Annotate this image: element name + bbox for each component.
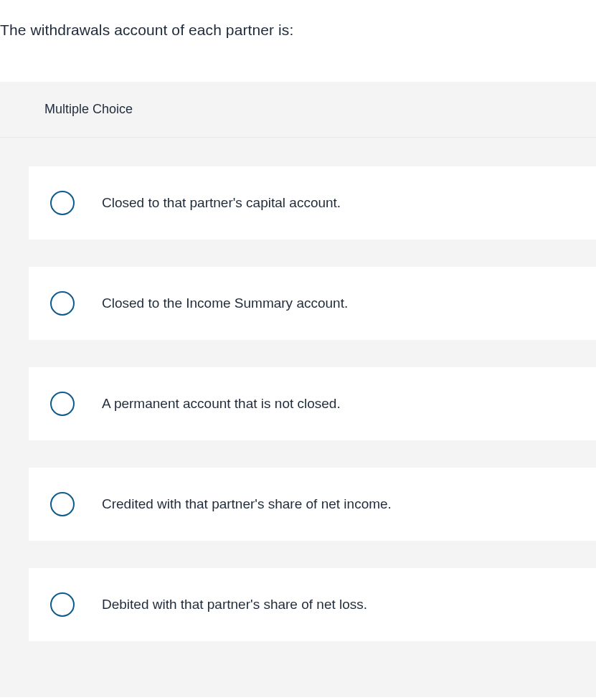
option-label: A permanent account that is not closed. xyxy=(102,396,341,412)
option-5[interactable]: Debited with that partner's share of net… xyxy=(29,568,596,641)
question-text: The withdrawals account of each partner … xyxy=(0,0,596,39)
question-type-label: Multiple Choice xyxy=(0,82,596,138)
radio-icon xyxy=(50,191,75,215)
option-label: Debited with that partner's share of net… xyxy=(102,597,367,612)
option-4[interactable]: Credited with that partner's share of ne… xyxy=(29,468,596,541)
radio-icon xyxy=(50,492,75,516)
question-container: Multiple Choice Closed to that partner's… xyxy=(0,82,596,697)
radio-icon xyxy=(50,592,75,617)
option-label: Credited with that partner's share of ne… xyxy=(102,496,392,512)
option-3[interactable]: A permanent account that is not closed. xyxy=(29,367,596,440)
option-1[interactable]: Closed to that partner's capital account… xyxy=(29,166,596,240)
options-list: Closed to that partner's capital account… xyxy=(0,138,596,641)
option-label: Closed to the Income Summary account. xyxy=(102,295,348,311)
radio-icon xyxy=(50,392,75,416)
option-label: Closed to that partner's capital account… xyxy=(102,195,341,211)
radio-icon xyxy=(50,291,75,316)
option-2[interactable]: Closed to the Income Summary account. xyxy=(29,267,596,340)
